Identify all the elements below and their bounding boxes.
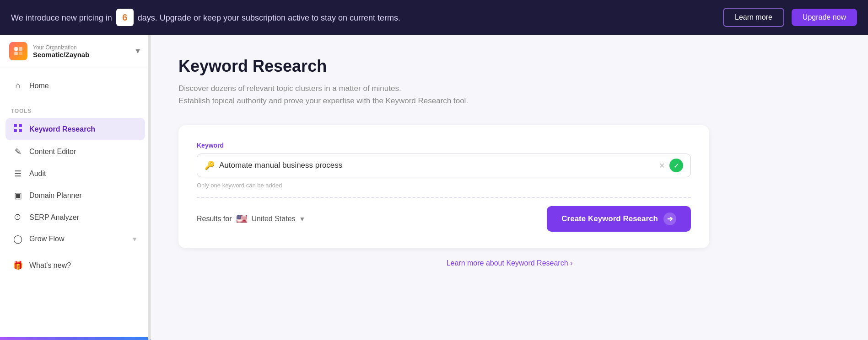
nav-section-tools: TOOLS Keyword Research ✎ Content Editor … <box>0 101 151 253</box>
home-icon: ⌂ <box>13 81 23 90</box>
sidebar-item-home-label: Home <box>29 82 49 90</box>
create-button-label: Create Keyword Research <box>561 214 658 223</box>
page-title: Keyword Research <box>178 57 841 76</box>
svg-rect-5 <box>19 124 22 127</box>
sidebar: Your Organization Seomatic/Zaynab ▼ ⌂ Ho… <box>0 35 151 340</box>
check-icon: ✓ <box>669 159 683 172</box>
svg-rect-7 <box>19 129 22 132</box>
svg-rect-1 <box>19 47 22 51</box>
keyword-input[interactable] <box>219 161 654 170</box>
arrow-right-icon: › <box>570 259 572 267</box>
serp-analyzer-icon: ⏲ <box>13 212 23 222</box>
sidebar-item-keyword-research-label: Keyword Research <box>29 125 95 133</box>
country-selector[interactable]: 🇺🇸 United States ▼ <box>236 213 305 224</box>
svg-rect-2 <box>14 52 18 55</box>
grow-flow-icon: ◯ <box>13 234 23 244</box>
subtitle-line1: Discover dozens of relevant topic cluste… <box>178 84 401 93</box>
sidebar-item-serp-analyzer[interactable]: ⏲ SERP Analyzer <box>5 207 145 228</box>
create-keyword-research-button[interactable]: Create Keyword Research ➔ <box>547 206 691 232</box>
nav-section-home: ⌂ Home <box>0 68 151 101</box>
sidebar-bottom-bar <box>0 337 151 340</box>
domain-planner-icon: ▣ <box>13 191 23 201</box>
country-chevron-icon: ▼ <box>299 215 306 223</box>
sidebar-item-grow-flow[interactable]: ◯ Grow Flow ▼ <box>5 228 145 250</box>
results-row: Results for 🇺🇸 United States ▼ Create Ke… <box>197 206 691 232</box>
svg-rect-0 <box>14 47 18 51</box>
sidebar-item-keyword-research[interactable]: Keyword Research <box>5 118 145 140</box>
keyword-hint: Only one keyword can be added <box>197 182 691 189</box>
sidebar-item-domain-planner-label: Domain Planner <box>29 191 82 200</box>
gift-icon: 🎁 <box>13 260 23 271</box>
content-editor-icon: ✎ <box>13 147 23 157</box>
sidebar-item-grow-flow-label: Grow Flow <box>29 235 64 243</box>
whats-new-label: What's new? <box>29 261 71 270</box>
sidebar-item-home[interactable]: ⌂ Home <box>5 75 145 96</box>
svg-rect-3 <box>19 52 22 55</box>
grow-flow-chevron-icon: ▼ <box>131 235 138 243</box>
keyword-input-wrapper[interactable]: 🔑 ✕ ✓ <box>197 154 691 177</box>
banner-text-before: We introduce new pricing in <box>11 13 112 22</box>
svg-rect-4 <box>14 124 17 127</box>
learn-more-section: Learn more about Keyword Research › <box>178 259 841 267</box>
page-subtitle: Discover dozens of relevant topic cluste… <box>178 82 841 107</box>
learn-more-button[interactable]: Learn more <box>723 8 784 27</box>
content-area: Keyword Research Discover dozens of rele… <box>151 35 868 340</box>
org-logo <box>9 42 27 60</box>
keyword-research-icon <box>13 123 23 135</box>
days-badge: 6 <box>116 9 134 26</box>
research-card: Keyword 🔑 ✕ ✓ Only one keyword can be ad… <box>178 125 709 248</box>
learn-more-link-text: Learn more about Keyword Research <box>447 259 568 267</box>
sidebar-item-content-editor[interactable]: ✎ Content Editor <box>5 141 145 162</box>
sidebar-item-whats-new[interactable]: 🎁 What's new? <box>0 255 151 276</box>
keyword-label: Keyword <box>197 142 691 149</box>
upgrade-now-button[interactable]: Upgrade now <box>792 9 857 26</box>
create-button-arrow-icon: ➔ <box>663 212 676 225</box>
chevron-down-icon: ▼ <box>134 47 141 55</box>
search-icon: 🔑 <box>205 160 215 170</box>
subtitle-line2: Establish topical authority and prove yo… <box>178 96 468 105</box>
org-selector[interactable]: Your Organization Seomatic/Zaynab ▼ <box>0 35 151 68</box>
banner-text-after: days. Upgrade or keep your subscription … <box>138 13 400 22</box>
results-for: Results for 🇺🇸 United States ▼ <box>197 213 305 224</box>
org-name: Seomatic/Zaynab <box>33 51 129 58</box>
banner-text: We introduce new pricing in 6 days. Upgr… <box>11 9 716 26</box>
svg-rect-6 <box>14 129 17 132</box>
audit-icon: ☰ <box>13 169 23 179</box>
learn-more-about-keyword-research-link[interactable]: Learn more about Keyword Research › <box>447 259 573 267</box>
us-flag-icon: 🇺🇸 <box>236 213 248 224</box>
sidebar-item-content-editor-label: Content Editor <box>29 148 76 156</box>
results-for-label: Results for <box>197 215 232 223</box>
country-name: United States <box>251 215 295 223</box>
tools-label: TOOLS <box>5 108 145 118</box>
sidebar-item-audit[interactable]: ☰ Audit <box>5 163 145 184</box>
org-label: Your Organization <box>33 44 129 51</box>
sidebar-item-domain-planner[interactable]: ▣ Domain Planner <box>5 185 145 206</box>
divider <box>197 197 691 198</box>
top-banner: We introduce new pricing in 6 days. Upgr… <box>0 0 868 35</box>
sidebar-scrollbar[interactable] <box>148 35 151 340</box>
main-layout: Your Organization Seomatic/Zaynab ▼ ⌂ Ho… <box>0 35 868 340</box>
org-info: Your Organization Seomatic/Zaynab <box>33 44 129 58</box>
sidebar-item-audit-label: Audit <box>29 170 46 178</box>
sidebar-item-serp-analyzer-label: SERP Analyzer <box>29 213 79 222</box>
clear-icon[interactable]: ✕ <box>659 161 665 170</box>
